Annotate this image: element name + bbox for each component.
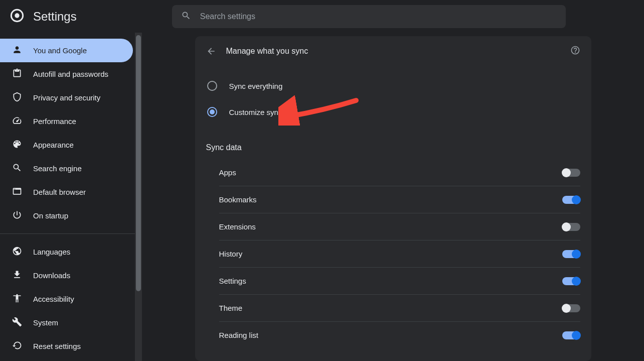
- help-icon[interactable]: [570, 45, 580, 57]
- sidebar-item-label: System: [33, 318, 58, 327]
- toggle-label: Theme: [219, 304, 243, 312]
- section-title: Sync data: [195, 139, 591, 159]
- palette-icon: [12, 139, 22, 151]
- toggle-theme[interactable]: [562, 304, 580, 312]
- toggle-history[interactable]: [562, 250, 580, 258]
- shield-icon: [12, 92, 22, 103]
- toggle-reading-list[interactable]: [562, 331, 580, 339]
- sidebar-item-default-browser[interactable]: Default browser: [0, 180, 133, 204]
- clipboard-icon: [12, 68, 22, 80]
- toggle-label: History: [219, 250, 243, 258]
- panel-title: Manage what you sync: [226, 47, 560, 56]
- svg-point-1: [15, 13, 19, 18]
- sidebar-item-search-engine[interactable]: Search engine: [0, 157, 133, 180]
- search-icon: [12, 163, 22, 174]
- main-content: Manage what you sync Sync everythingCust…: [142, 0, 644, 361]
- sidebar-item-label: Languages: [33, 248, 70, 256]
- sidebar-item-autofill[interactable]: Autofill and passwords: [0, 62, 133, 86]
- sidebar: You and GoogleAutofill and passwordsPriv…: [0, 0, 142, 361]
- sidebar-item-label: Appearance: [33, 141, 74, 149]
- toggle-row-apps: Apps: [219, 159, 580, 186]
- sidebar-item-reset[interactable]: Reset settings: [0, 334, 133, 358]
- reset-icon: [12, 340, 22, 352]
- sidebar-item-label: Accessibility: [33, 295, 74, 303]
- toggle-row-bookmarks: Bookmarks: [219, 186, 580, 213]
- search-box[interactable]: [172, 5, 566, 28]
- toggle-row-theme: Theme: [219, 294, 580, 321]
- sidebar-item-you-and-google[interactable]: You and Google: [0, 39, 133, 62]
- browser-icon: [12, 186, 22, 198]
- toggle-row-extensions: Extensions: [219, 213, 580, 240]
- sidebar-item-performance[interactable]: Performance: [0, 109, 133, 133]
- globe-icon: [12, 246, 22, 258]
- toggle-settings[interactable]: [562, 277, 580, 285]
- radio-label: Sync everything: [229, 82, 283, 90]
- app-title: Settings: [33, 10, 77, 24]
- sidebar-item-label: You and Google: [33, 46, 87, 55]
- scrollbar-thumb[interactable]: [136, 35, 141, 291]
- radio-customize-sync[interactable]: Customize sync: [206, 99, 580, 125]
- sidebar-item-languages[interactable]: Languages: [0, 240, 133, 264]
- power-icon: [12, 210, 22, 221]
- sidebar-item-label: Performance: [33, 117, 76, 126]
- settings-panel: Manage what you sync Sync everythingCust…: [195, 36, 591, 361]
- sidebar-item-label: Privacy and security: [33, 93, 100, 102]
- radio-label: Customize sync: [229, 108, 282, 116]
- toggle-row-settings: Settings: [219, 267, 580, 294]
- accessibility-icon: [12, 293, 22, 305]
- sidebar-item-on-startup[interactable]: On startup: [0, 204, 133, 227]
- sidebar-divider: [0, 233, 142, 234]
- app-header: Settings: [0, 0, 644, 33]
- scrollbar[interactable]: [135, 33, 142, 361]
- sidebar-item-label: Autofill and passwords: [33, 70, 108, 78]
- toggle-label: Extensions: [219, 222, 256, 231]
- back-button[interactable]: [206, 46, 216, 56]
- toggle-label: Bookmarks: [219, 195, 257, 204]
- toggle-bookmarks[interactable]: [562, 196, 580, 204]
- sidebar-item-label: Downloads: [33, 271, 70, 280]
- sidebar-item-label: Reset settings: [33, 342, 81, 350]
- sidebar-item-accessibility[interactable]: Accessibility: [0, 287, 133, 311]
- search-input[interactable]: [200, 12, 557, 21]
- person-icon: [12, 45, 22, 56]
- sidebar-item-label: Search engine: [33, 164, 82, 173]
- toggle-label: Apps: [219, 168, 236, 177]
- toggle-label: Settings: [219, 277, 246, 285]
- toggle-extensions[interactable]: [562, 223, 580, 231]
- toggle-apps[interactable]: [562, 169, 580, 177]
- sidebar-item-label: Default browser: [33, 188, 86, 196]
- download-icon: [12, 270, 22, 281]
- sidebar-item-downloads[interactable]: Downloads: [0, 264, 133, 287]
- toggle-label: Reading list: [219, 331, 258, 339]
- speed-icon: [12, 115, 22, 127]
- sidebar-item-appearance[interactable]: Appearance: [0, 133, 133, 157]
- sidebar-item-privacy[interactable]: Privacy and security: [0, 86, 133, 109]
- sidebar-item-label: On startup: [33, 211, 68, 220]
- radio-sync-everything[interactable]: Sync everything: [206, 73, 580, 99]
- sidebar-item-system[interactable]: System: [0, 311, 133, 334]
- search-icon: [181, 11, 191, 22]
- toggle-row-history: History: [219, 240, 580, 267]
- radio-button[interactable]: [207, 81, 217, 91]
- radio-button[interactable]: [207, 107, 217, 117]
- chrome-logo-icon: [10, 9, 24, 24]
- wrench-icon: [12, 317, 22, 328]
- toggle-row-reading-list: Reading list: [219, 321, 580, 348]
